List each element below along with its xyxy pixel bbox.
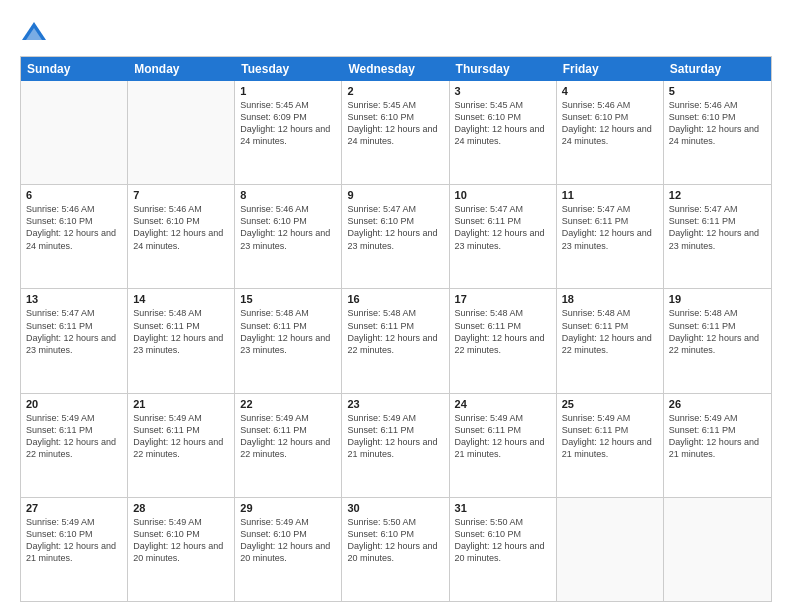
day-number: 17 xyxy=(455,293,551,305)
day-info: Sunrise: 5:49 AM Sunset: 6:11 PM Dayligh… xyxy=(240,412,336,461)
calendar-cell: 17Sunrise: 5:48 AM Sunset: 6:11 PM Dayli… xyxy=(450,289,557,392)
day-number: 30 xyxy=(347,502,443,514)
day-info: Sunrise: 5:48 AM Sunset: 6:11 PM Dayligh… xyxy=(240,307,336,356)
calendar-cell: 12Sunrise: 5:47 AM Sunset: 6:11 PM Dayli… xyxy=(664,185,771,288)
calendar-cell: 30Sunrise: 5:50 AM Sunset: 6:10 PM Dayli… xyxy=(342,498,449,601)
calendar-cell xyxy=(557,498,664,601)
day-number: 19 xyxy=(669,293,766,305)
calendar-cell xyxy=(21,81,128,184)
calendar-cell: 29Sunrise: 5:49 AM Sunset: 6:10 PM Dayli… xyxy=(235,498,342,601)
logo xyxy=(20,18,52,46)
day-number: 16 xyxy=(347,293,443,305)
day-info: Sunrise: 5:47 AM Sunset: 6:11 PM Dayligh… xyxy=(562,203,658,252)
day-number: 18 xyxy=(562,293,658,305)
day-number: 31 xyxy=(455,502,551,514)
day-info: Sunrise: 5:49 AM Sunset: 6:11 PM Dayligh… xyxy=(562,412,658,461)
calendar-cell: 31Sunrise: 5:50 AM Sunset: 6:10 PM Dayli… xyxy=(450,498,557,601)
day-number: 20 xyxy=(26,398,122,410)
day-number: 23 xyxy=(347,398,443,410)
day-number: 10 xyxy=(455,189,551,201)
calendar-week-4: 20Sunrise: 5:49 AM Sunset: 6:11 PM Dayli… xyxy=(21,394,771,498)
day-number: 14 xyxy=(133,293,229,305)
day-number: 28 xyxy=(133,502,229,514)
calendar-cell: 22Sunrise: 5:49 AM Sunset: 6:11 PM Dayli… xyxy=(235,394,342,497)
calendar-week-3: 13Sunrise: 5:47 AM Sunset: 6:11 PM Dayli… xyxy=(21,289,771,393)
calendar-cell: 11Sunrise: 5:47 AM Sunset: 6:11 PM Dayli… xyxy=(557,185,664,288)
day-number: 8 xyxy=(240,189,336,201)
calendar: SundayMondayTuesdayWednesdayThursdayFrid… xyxy=(20,56,772,602)
weekday-header-wednesday: Wednesday xyxy=(342,57,449,81)
calendar-cell: 27Sunrise: 5:49 AM Sunset: 6:10 PM Dayli… xyxy=(21,498,128,601)
calendar-cell: 8Sunrise: 5:46 AM Sunset: 6:10 PM Daylig… xyxy=(235,185,342,288)
day-number: 11 xyxy=(562,189,658,201)
calendar-cell: 14Sunrise: 5:48 AM Sunset: 6:11 PM Dayli… xyxy=(128,289,235,392)
day-info: Sunrise: 5:49 AM Sunset: 6:11 PM Dayligh… xyxy=(669,412,766,461)
day-number: 24 xyxy=(455,398,551,410)
day-info: Sunrise: 5:46 AM Sunset: 6:10 PM Dayligh… xyxy=(133,203,229,252)
day-info: Sunrise: 5:50 AM Sunset: 6:10 PM Dayligh… xyxy=(455,516,551,565)
calendar-cell: 26Sunrise: 5:49 AM Sunset: 6:11 PM Dayli… xyxy=(664,394,771,497)
day-number: 29 xyxy=(240,502,336,514)
calendar-cell: 23Sunrise: 5:49 AM Sunset: 6:11 PM Dayli… xyxy=(342,394,449,497)
day-info: Sunrise: 5:45 AM Sunset: 6:09 PM Dayligh… xyxy=(240,99,336,148)
page: SundayMondayTuesdayWednesdayThursdayFrid… xyxy=(0,0,792,612)
calendar-cell: 24Sunrise: 5:49 AM Sunset: 6:11 PM Dayli… xyxy=(450,394,557,497)
day-number: 6 xyxy=(26,189,122,201)
weekday-header-tuesday: Tuesday xyxy=(235,57,342,81)
calendar-cell xyxy=(128,81,235,184)
day-number: 9 xyxy=(347,189,443,201)
calendar-cell: 2Sunrise: 5:45 AM Sunset: 6:10 PM Daylig… xyxy=(342,81,449,184)
day-info: Sunrise: 5:48 AM Sunset: 6:11 PM Dayligh… xyxy=(455,307,551,356)
day-info: Sunrise: 5:48 AM Sunset: 6:11 PM Dayligh… xyxy=(133,307,229,356)
day-number: 1 xyxy=(240,85,336,97)
calendar-body: 1Sunrise: 5:45 AM Sunset: 6:09 PM Daylig… xyxy=(21,81,771,601)
calendar-cell: 1Sunrise: 5:45 AM Sunset: 6:09 PM Daylig… xyxy=(235,81,342,184)
day-number: 25 xyxy=(562,398,658,410)
calendar-cell: 18Sunrise: 5:48 AM Sunset: 6:11 PM Dayli… xyxy=(557,289,664,392)
calendar-cell: 21Sunrise: 5:49 AM Sunset: 6:11 PM Dayli… xyxy=(128,394,235,497)
day-info: Sunrise: 5:45 AM Sunset: 6:10 PM Dayligh… xyxy=(347,99,443,148)
calendar-cell: 15Sunrise: 5:48 AM Sunset: 6:11 PM Dayli… xyxy=(235,289,342,392)
calendar-cell: 4Sunrise: 5:46 AM Sunset: 6:10 PM Daylig… xyxy=(557,81,664,184)
calendar-cell: 3Sunrise: 5:45 AM Sunset: 6:10 PM Daylig… xyxy=(450,81,557,184)
day-info: Sunrise: 5:49 AM Sunset: 6:10 PM Dayligh… xyxy=(240,516,336,565)
day-number: 22 xyxy=(240,398,336,410)
weekday-header-thursday: Thursday xyxy=(450,57,557,81)
day-info: Sunrise: 5:46 AM Sunset: 6:10 PM Dayligh… xyxy=(562,99,658,148)
day-info: Sunrise: 5:48 AM Sunset: 6:11 PM Dayligh… xyxy=(347,307,443,356)
day-number: 21 xyxy=(133,398,229,410)
calendar-cell: 6Sunrise: 5:46 AM Sunset: 6:10 PM Daylig… xyxy=(21,185,128,288)
day-number: 3 xyxy=(455,85,551,97)
day-info: Sunrise: 5:48 AM Sunset: 6:11 PM Dayligh… xyxy=(669,307,766,356)
day-number: 26 xyxy=(669,398,766,410)
calendar-week-1: 1Sunrise: 5:45 AM Sunset: 6:09 PM Daylig… xyxy=(21,81,771,185)
calendar-week-5: 27Sunrise: 5:49 AM Sunset: 6:10 PM Dayli… xyxy=(21,498,771,601)
weekday-header-saturday: Saturday xyxy=(664,57,771,81)
day-info: Sunrise: 5:47 AM Sunset: 6:10 PM Dayligh… xyxy=(347,203,443,252)
day-number: 7 xyxy=(133,189,229,201)
calendar-cell: 19Sunrise: 5:48 AM Sunset: 6:11 PM Dayli… xyxy=(664,289,771,392)
logo-icon xyxy=(20,18,48,46)
calendar-cell: 20Sunrise: 5:49 AM Sunset: 6:11 PM Dayli… xyxy=(21,394,128,497)
calendar-cell: 13Sunrise: 5:47 AM Sunset: 6:11 PM Dayli… xyxy=(21,289,128,392)
day-info: Sunrise: 5:49 AM Sunset: 6:11 PM Dayligh… xyxy=(26,412,122,461)
calendar-cell: 25Sunrise: 5:49 AM Sunset: 6:11 PM Dayli… xyxy=(557,394,664,497)
day-number: 2 xyxy=(347,85,443,97)
day-info: Sunrise: 5:49 AM Sunset: 6:10 PM Dayligh… xyxy=(133,516,229,565)
day-number: 4 xyxy=(562,85,658,97)
calendar-cell: 16Sunrise: 5:48 AM Sunset: 6:11 PM Dayli… xyxy=(342,289,449,392)
calendar-cell: 9Sunrise: 5:47 AM Sunset: 6:10 PM Daylig… xyxy=(342,185,449,288)
day-info: Sunrise: 5:49 AM Sunset: 6:10 PM Dayligh… xyxy=(26,516,122,565)
day-info: Sunrise: 5:46 AM Sunset: 6:10 PM Dayligh… xyxy=(26,203,122,252)
calendar-cell xyxy=(664,498,771,601)
day-number: 13 xyxy=(26,293,122,305)
day-info: Sunrise: 5:49 AM Sunset: 6:11 PM Dayligh… xyxy=(455,412,551,461)
weekday-header-monday: Monday xyxy=(128,57,235,81)
weekday-header-friday: Friday xyxy=(557,57,664,81)
calendar-cell: 5Sunrise: 5:46 AM Sunset: 6:10 PM Daylig… xyxy=(664,81,771,184)
day-number: 5 xyxy=(669,85,766,97)
calendar-header: SundayMondayTuesdayWednesdayThursdayFrid… xyxy=(21,57,771,81)
calendar-cell: 7Sunrise: 5:46 AM Sunset: 6:10 PM Daylig… xyxy=(128,185,235,288)
calendar-week-2: 6Sunrise: 5:46 AM Sunset: 6:10 PM Daylig… xyxy=(21,185,771,289)
day-info: Sunrise: 5:48 AM Sunset: 6:11 PM Dayligh… xyxy=(562,307,658,356)
